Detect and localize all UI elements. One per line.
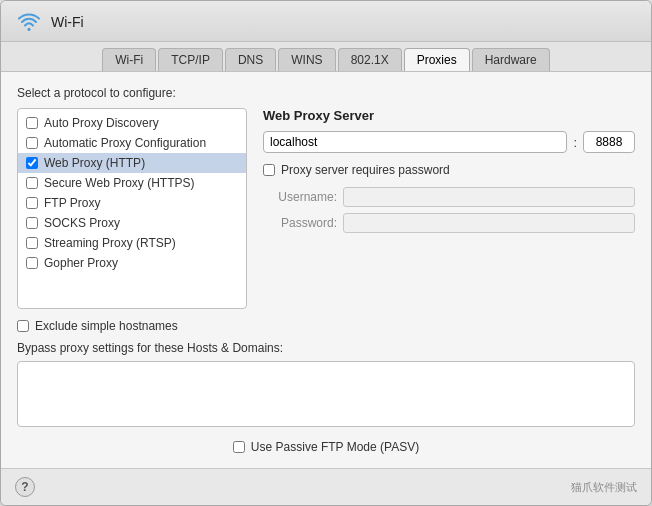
tab-proxies[interactable]: Proxies [404, 48, 470, 71]
main-row: Auto Proxy DiscoveryAutomatic Proxy Conf… [17, 108, 635, 309]
tab-tcpip[interactable]: TCP/IP [158, 48, 223, 71]
bypass-textarea[interactable] [17, 361, 635, 427]
protocol-label-web-proxy: Web Proxy (HTTP) [44, 156, 145, 170]
protocol-item-secure-web[interactable]: Secure Web Proxy (HTTPS) [18, 173, 246, 193]
protocol-item-auto-proxy[interactable]: Auto Proxy Discovery [18, 113, 246, 133]
passive-ftp-label: Use Passive FTP Mode (PASV) [251, 440, 419, 454]
protocol-label-ftp: FTP Proxy [44, 196, 100, 210]
protocol-item-web-proxy[interactable]: Web Proxy (HTTP) [18, 153, 246, 173]
protocol-checkbox-socks[interactable] [26, 217, 38, 229]
password-row: Password: [267, 213, 635, 233]
bypass-label: Bypass proxy settings for these Hosts & … [17, 341, 635, 355]
protocol-label-auto-config: Automatic Proxy Configuration [44, 136, 206, 150]
protocol-label-socks: SOCKS Proxy [44, 216, 120, 230]
protocol-item-gopher[interactable]: Gopher Proxy [18, 253, 246, 273]
svg-point-0 [28, 28, 31, 31]
protocol-label-secure-web: Secure Web Proxy (HTTPS) [44, 176, 194, 190]
password-check-row: Proxy server requires password [263, 163, 635, 177]
footer-right: 猫爪软件测试 [571, 480, 637, 495]
bottom-section: Exclude simple hostnames Bypass proxy se… [17, 319, 635, 430]
username-label: Username: [267, 190, 337, 204]
protocol-label-streaming: Streaming Proxy (RTSP) [44, 236, 176, 250]
password-label: Password: [267, 216, 337, 230]
proxy-server-title: Web Proxy Server [263, 108, 635, 123]
server-host-input[interactable] [263, 131, 567, 153]
help-button[interactable]: ? [15, 477, 35, 497]
protocol-item-ftp[interactable]: FTP Proxy [18, 193, 246, 213]
protocol-item-streaming[interactable]: Streaming Proxy (RTSP) [18, 233, 246, 253]
protocol-select-label: Select a protocol to configure: [17, 86, 635, 100]
tab-8021x[interactable]: 802.1X [338, 48, 402, 71]
protocol-checkbox-web-proxy[interactable] [26, 157, 38, 169]
protocol-list: Auto Proxy DiscoveryAutomatic Proxy Conf… [17, 108, 247, 309]
server-row: : [263, 131, 635, 153]
exclude-hostnames-label: Exclude simple hostnames [35, 319, 178, 333]
exclude-row: Exclude simple hostnames [17, 319, 635, 333]
window-title: Wi-Fi [51, 14, 84, 30]
protocol-checkbox-streaming[interactable] [26, 237, 38, 249]
protocol-checkbox-secure-web[interactable] [26, 177, 38, 189]
password-check-label: Proxy server requires password [281, 163, 450, 177]
protocol-checkbox-gopher[interactable] [26, 257, 38, 269]
username-input[interactable] [343, 187, 635, 207]
main-window: Wi-Fi Wi-FiTCP/IPDNSWINS802.1XProxiesHar… [0, 0, 652, 506]
protocol-checkbox-auto-config[interactable] [26, 137, 38, 149]
right-panel: Web Proxy Server : Proxy server requires… [263, 108, 635, 309]
protocol-checkbox-ftp[interactable] [26, 197, 38, 209]
exclude-hostnames-checkbox[interactable] [17, 320, 29, 332]
tab-hardware[interactable]: Hardware [472, 48, 550, 71]
username-row: Username: [267, 187, 635, 207]
credentials-section: Username: Password: [267, 187, 635, 233]
server-port-input[interactable] [583, 131, 635, 153]
wifi-icon [15, 11, 43, 33]
protocol-item-auto-config[interactable]: Automatic Proxy Configuration [18, 133, 246, 153]
tab-wins[interactable]: WINS [278, 48, 335, 71]
password-required-checkbox[interactable] [263, 164, 275, 176]
tab-dns[interactable]: DNS [225, 48, 276, 71]
footer: ? 猫爪软件测试 [1, 468, 651, 505]
protocol-label-auto-proxy: Auto Proxy Discovery [44, 116, 159, 130]
port-colon: : [573, 135, 577, 150]
content-area: Select a protocol to configure: Auto Pro… [1, 72, 651, 468]
passive-ftp-checkbox[interactable] [233, 441, 245, 453]
tab-bar: Wi-FiTCP/IPDNSWINS802.1XProxiesHardware [1, 42, 651, 72]
watermark: 猫爪软件测试 [571, 480, 637, 495]
password-input[interactable] [343, 213, 635, 233]
protocol-label-gopher: Gopher Proxy [44, 256, 118, 270]
passive-ftp-row: Use Passive FTP Mode (PASV) [17, 440, 635, 454]
tab-wifi[interactable]: Wi-Fi [102, 48, 156, 71]
protocol-item-socks[interactable]: SOCKS Proxy [18, 213, 246, 233]
protocol-checkbox-auto-proxy[interactable] [26, 117, 38, 129]
title-bar: Wi-Fi [1, 1, 651, 42]
